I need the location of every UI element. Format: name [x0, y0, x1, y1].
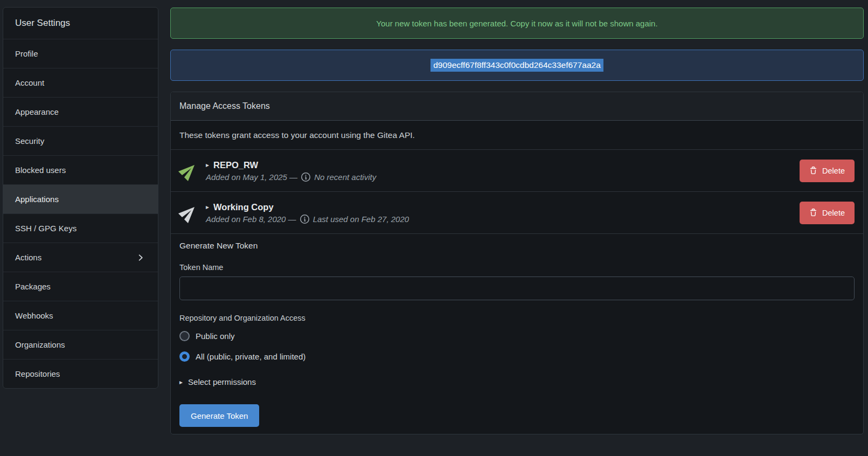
radio-option-public-only[interactable]: Public only	[179, 329, 855, 343]
token-activity-text: Last used on Feb 27, 2020	[313, 215, 409, 224]
select-permissions-label: Select permissions	[188, 377, 256, 386]
sidebar-item-account[interactable]: Account	[3, 68, 158, 97]
sidebar-item-label: Applications	[15, 195, 146, 204]
delete-token-button[interactable]: Delete	[800, 202, 855, 224]
radio-option-label: Public only	[196, 331, 235, 341]
panel-description: These tokens grant access to your accoun…	[171, 121, 863, 150]
token-info: ▸ REPO_RW Added on May 1, 2025 — No rece…	[206, 160, 376, 182]
sidebar-item-label: Actions	[15, 253, 136, 262]
token-name[interactable]: ▸ REPO_RW	[206, 160, 376, 170]
trash-icon	[809, 167, 817, 175]
delete-button-label: Delete	[822, 167, 845, 175]
sidebar-item-label: SSH / GPG Keys	[15, 224, 146, 233]
sidebar-item-label: Appearance	[15, 107, 146, 116]
sidebar-item-label: Repositories	[15, 369, 146, 378]
token-row: ▸ Working Copy Added on Feb 8, 2020 — La…	[171, 192, 863, 234]
sidebar-item-label: Blocked users	[15, 165, 146, 175]
new-token-box: d909ecff67f8ff343c0f0cdbd264c33ef677aa2a	[170, 50, 864, 81]
expand-triangle-icon[interactable]: ▸	[206, 161, 209, 169]
panel-title: Manage Access Tokens	[171, 92, 863, 121]
token-value[interactable]: d909ecff67f8ff343c0f0cdbd264c33ef677aa2a	[430, 59, 603, 72]
select-permissions-toggle[interactable]: ▸ Select permissions	[179, 377, 855, 386]
delete-button-label: Delete	[822, 209, 845, 217]
sidebar-item-appearance[interactable]: Appearance	[3, 97, 158, 126]
expand-triangle-icon[interactable]: ▸	[206, 203, 209, 211]
manage-tokens-panel: Manage Access Tokens These tokens grant …	[170, 92, 864, 434]
token-added-date: Added on Feb 8, 2020 —	[206, 215, 296, 224]
sidebar-item-label: Organizations	[15, 340, 146, 349]
sidebar-item-label: Profile	[15, 49, 146, 58]
token-name[interactable]: ▸ Working Copy	[206, 202, 409, 212]
token-meta: Added on Feb 8, 2020 — Last used on Feb …	[206, 215, 409, 224]
radio-option-label: All (public, private, and limited)	[196, 352, 305, 361]
sidebar-item-security[interactable]: Security	[3, 126, 158, 155]
settings-sidebar: User Settings Profile Account Appearance…	[3, 7, 158, 389]
sidebar-item-blocked-users[interactable]: Blocked users	[3, 155, 158, 184]
info-icon	[301, 172, 310, 182]
paper-plane-icon	[179, 204, 198, 222]
token-name-text: Working Copy	[213, 202, 274, 212]
token-row: ▸ REPO_RW Added on May 1, 2025 — No rece…	[171, 150, 863, 192]
sidebar-item-webhooks[interactable]: Webhooks	[3, 301, 158, 330]
sidebar-item-label: Account	[15, 78, 146, 87]
paper-plane-icon	[179, 162, 198, 180]
delete-token-button[interactable]: Delete	[800, 160, 855, 182]
generate-token-button[interactable]: Generate Token	[179, 404, 259, 427]
sidebar-item-packages[interactable]: Packages	[3, 272, 158, 301]
token-meta: Added on May 1, 2025 — No recent activit…	[206, 172, 376, 182]
token-added-date: Added on May 1, 2025 —	[206, 172, 297, 182]
token-activity-text: No recent activity	[314, 172, 376, 182]
main-content: Your new token has been generated. Copy …	[170, 0, 864, 456]
chevron-right-icon	[136, 253, 145, 262]
success-alert: Your new token has been generated. Copy …	[170, 8, 864, 39]
sidebar-item-ssh-gpg-keys[interactable]: SSH / GPG Keys	[3, 213, 158, 243]
sidebar-item-applications[interactable]: Applications	[3, 184, 158, 213]
sidebar-item-profile[interactable]: Profile	[3, 39, 158, 68]
repo-org-access-label: Repository and Organization Access	[179, 314, 855, 322]
sidebar-item-repositories[interactable]: Repositories	[3, 359, 158, 388]
radio-unselected-icon[interactable]	[179, 331, 190, 341]
token-name-label: Token Name	[179, 263, 855, 272]
expand-triangle-icon: ▸	[179, 378, 183, 386]
generate-token-title: Generate New Token	[179, 241, 855, 251]
sidebar-item-label: Packages	[15, 282, 146, 291]
info-icon	[300, 215, 309, 224]
sidebar-item-label: Webhooks	[15, 311, 146, 320]
sidebar-item-organizations[interactable]: Organizations	[3, 330, 158, 359]
token-name-input[interactable]	[179, 277, 855, 300]
gitea-settings-page: User Settings Profile Account Appearance…	[0, 0, 868, 456]
generate-token-section: Generate New Token Token Name Repository…	[171, 234, 863, 427]
sidebar-title: User Settings	[3, 8, 158, 39]
sidebar-item-label: Security	[15, 136, 146, 146]
token-name-text: REPO_RW	[213, 160, 258, 170]
token-info: ▸ Working Copy Added on Feb 8, 2020 — La…	[206, 202, 409, 224]
success-alert-message: Your new token has been generated. Copy …	[376, 19, 657, 28]
sidebar-item-actions[interactable]: Actions	[3, 243, 158, 272]
radio-selected-icon[interactable]	[179, 351, 190, 362]
trash-icon	[809, 209, 817, 217]
radio-option-all[interactable]: All (public, private, and limited)	[179, 350, 855, 363]
